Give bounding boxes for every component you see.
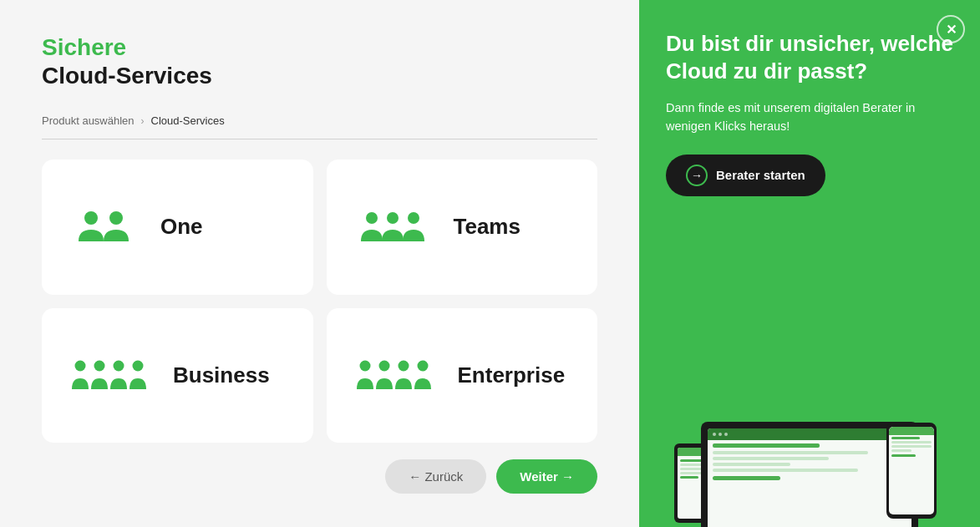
device-mockup (666, 220, 953, 528)
footer-buttons: ← Zurück Weiter → (42, 459, 597, 494)
berater-arrow-icon: → (686, 165, 708, 186)
laptop-mockup (701, 422, 918, 527)
svg-point-2 (366, 212, 378, 224)
card-enterprise[interactable]: Enterprise (327, 308, 598, 443)
left-panel: Sichere Cloud-Services Produkt auswählen… (0, 0, 639, 527)
svg-point-1 (109, 211, 123, 225)
one-icon (70, 206, 137, 248)
page-title-black: Cloud-Services (42, 62, 597, 90)
svg-point-3 (387, 212, 399, 224)
svg-point-11 (398, 361, 409, 372)
card-business[interactable]: Business (42, 308, 313, 443)
card-one[interactable]: One (42, 160, 313, 294)
card-teams-label: Teams (454, 214, 520, 240)
breadcrumb-separator: › (141, 115, 145, 127)
card-teams[interactable]: Teams (327, 160, 598, 294)
berater-label: Berater starten (716, 168, 805, 182)
sidebar-headline: Du bist dir unsicher, welche Cloud zu di… (666, 30, 953, 84)
svg-point-9 (359, 361, 370, 372)
breadcrumb-step2: Cloud-Services (151, 114, 225, 127)
svg-point-8 (133, 361, 144, 372)
card-enterprise-label: Enterprise (458, 362, 566, 388)
back-button[interactable]: ← Zurück (385, 459, 486, 494)
page-title-green: Sichere (42, 33, 597, 62)
breadcrumb-step1: Produkt auswählen (42, 114, 135, 127)
phone-mockup (886, 423, 937, 519)
next-button[interactable]: Weiter → (496, 459, 597, 494)
svg-point-10 (378, 361, 389, 372)
divider (42, 139, 597, 139)
card-one-label: One (160, 214, 203, 240)
right-panel: ✕ Du bist dir unsicher, welche Cloud zu … (639, 0, 980, 527)
teams-icon (355, 206, 430, 248)
svg-point-0 (84, 211, 98, 225)
cards-grid: One Teams (42, 160, 597, 443)
sidebar-subtext: Dann finde es mit unserem digitalen Bera… (666, 99, 953, 136)
svg-point-5 (75, 361, 86, 372)
svg-point-6 (94, 361, 105, 372)
enterprise-icon (355, 354, 434, 396)
svg-point-4 (408, 212, 419, 224)
business-icon (70, 354, 150, 396)
svg-point-12 (417, 361, 428, 372)
breadcrumb: Produkt auswählen › Cloud-Services (42, 114, 597, 127)
berater-button[interactable]: → Berater starten (666, 155, 825, 196)
svg-point-7 (114, 361, 124, 372)
card-business-label: Business (173, 362, 270, 388)
close-button[interactable]: ✕ (937, 15, 965, 43)
page-header: Sichere Cloud-Services (42, 33, 597, 89)
